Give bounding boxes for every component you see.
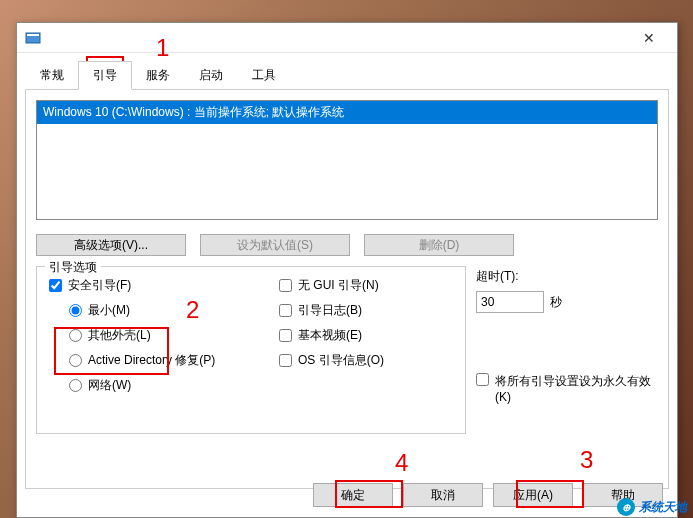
- close-button[interactable]: ✕: [629, 25, 669, 51]
- app-icon: [25, 30, 41, 46]
- ad-repair-label: Active Directory 修复(P): [88, 352, 215, 369]
- titlebar: ✕: [17, 23, 677, 53]
- alt-shell-label: 其他外壳(L): [88, 327, 151, 344]
- watermark: ⊕ 系统天地: [617, 498, 687, 516]
- minimal-radio[interactable]: [69, 304, 82, 317]
- os-boot-info-label: OS 引导信息(O): [298, 352, 384, 369]
- alt-shell-radio[interactable]: [69, 329, 82, 342]
- set-default-button: 设为默认值(S): [200, 234, 350, 256]
- ok-button[interactable]: 确定: [313, 483, 393, 507]
- annotation-2: 2: [186, 296, 199, 324]
- msconfig-dialog: ✕ 常规 引导 服务 启动 工具 Windows 10 (C:\Windows)…: [16, 22, 678, 518]
- timeout-input[interactable]: [476, 291, 544, 313]
- tab-general[interactable]: 常规: [25, 61, 79, 90]
- network-label: 网络(W): [88, 377, 131, 394]
- tab-services[interactable]: 服务: [131, 61, 185, 90]
- base-video-label: 基本视频(E): [298, 327, 362, 344]
- boot-log-label: 引导日志(B): [298, 302, 362, 319]
- boot-options-legend: 引导选项: [45, 259, 101, 276]
- cancel-button[interactable]: 取消: [403, 483, 483, 507]
- boot-log-checkbox[interactable]: [279, 304, 292, 317]
- timeout-unit-label: 秒: [550, 294, 562, 311]
- svg-rect-1: [27, 34, 39, 36]
- watermark-text: 系统天地: [639, 499, 687, 516]
- boot-options-group: 引导选项 安全引导(F) 最小(M): [36, 266, 466, 434]
- tab-startup[interactable]: 启动: [184, 61, 238, 90]
- tab-strip: 常规 引导 服务 启动 工具: [17, 53, 677, 90]
- permanent-label: 将所有引导设置设为永久有效(K): [495, 373, 658, 404]
- boot-tab-content: Windows 10 (C:\Windows) : 当前操作系统; 默认操作系统…: [25, 89, 669, 489]
- delete-button: 删除(D): [364, 234, 514, 256]
- watermark-icon: ⊕: [617, 498, 635, 516]
- os-list-item[interactable]: Windows 10 (C:\Windows) : 当前操作系统; 默认操作系统: [37, 101, 657, 124]
- apply-button[interactable]: 应用(A): [493, 483, 573, 507]
- tab-boot[interactable]: 引导: [78, 61, 132, 90]
- permanent-checkbox[interactable]: [476, 373, 489, 386]
- advanced-options-button[interactable]: 高级选项(V)...: [36, 234, 186, 256]
- tab-tools[interactable]: 工具: [237, 61, 291, 90]
- os-listbox[interactable]: Windows 10 (C:\Windows) : 当前操作系统; 默认操作系统: [36, 100, 658, 220]
- timeout-label: 超时(T):: [476, 268, 658, 285]
- options-area: 引导选项 安全引导(F) 最小(M): [36, 266, 658, 434]
- no-gui-label: 无 GUI 引导(N): [298, 277, 379, 294]
- os-action-buttons: 高级选项(V)... 设为默认值(S) 删除(D): [36, 234, 658, 256]
- ad-repair-radio[interactable]: [69, 354, 82, 367]
- minimal-label: 最小(M): [88, 302, 130, 319]
- safe-boot-checkbox[interactable]: [49, 279, 62, 292]
- dialog-button-row: 确定 取消 应用(A) 帮助: [313, 483, 663, 507]
- safe-boot-label: 安全引导(F): [68, 277, 131, 294]
- no-gui-checkbox[interactable]: [279, 279, 292, 292]
- annotation-4: 4: [395, 449, 408, 477]
- timeout-panel: 超时(T): 秒 将所有引导设置设为永久有效(K): [476, 266, 658, 434]
- network-radio[interactable]: [69, 379, 82, 392]
- annotation-3: 3: [580, 446, 593, 474]
- base-video-checkbox[interactable]: [279, 329, 292, 342]
- annotation-1: 1: [156, 34, 169, 62]
- os-boot-info-checkbox[interactable]: [279, 354, 292, 367]
